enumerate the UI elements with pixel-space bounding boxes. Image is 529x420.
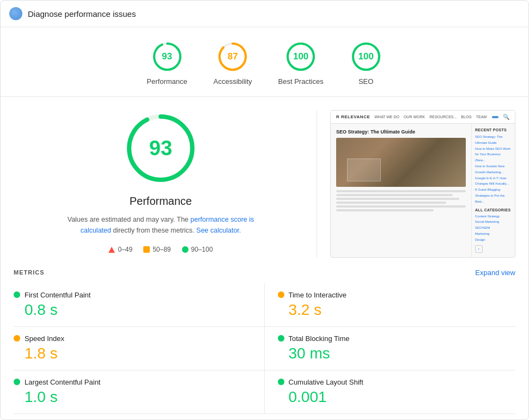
legend: 0–49 50–89 90–100: [108, 246, 212, 253]
big-score-circle: 93: [123, 110, 199, 186]
calculator-link[interactable]: See calculator.: [196, 227, 241, 234]
nav-link-1: WHAT WE DO: [374, 115, 399, 119]
metric-name-fcp: First Contentful Paint: [25, 291, 90, 299]
metric-name-tbt: Total Blocking Time: [289, 334, 350, 343]
legend-average-range: 50–89: [153, 246, 171, 253]
score-label-performance: Performance: [147, 77, 187, 86]
fail-icon: [108, 247, 115, 253]
cat-link-4: Marketing: [475, 231, 512, 237]
text-line-2: [336, 194, 453, 196]
metric-value-fcp: 0.8 s: [14, 301, 251, 319]
score-circle-best-practices: 100: [284, 40, 317, 73]
pass-icon: [182, 246, 189, 253]
sidebar-link-4: Google E-E-A-T: How Changes Will Actuall…: [475, 175, 512, 187]
preview-recaptcha: r: [475, 245, 483, 253]
nav-link-4: BLOG: [461, 115, 471, 119]
preview-image: [336, 138, 466, 187]
preview-search-icon: 🔍: [503, 114, 509, 120]
preview-heading: SEO Strategy: The Ultimate Guide: [336, 129, 466, 135]
cat-link-5: Design: [475, 237, 512, 243]
preview-logo: R RELEVANCE: [336, 114, 370, 119]
preview-cta-btn: [492, 116, 498, 118]
preview-nav-links: WHAT WE DO OUR WORK RESOURCES... BLOG TE…: [374, 115, 488, 119]
score-value-seo: 100: [358, 51, 373, 62]
metric-name-lcp: Largest Contentful Paint: [25, 378, 100, 386]
score-value-performance: 93: [162, 51, 172, 62]
big-score-value: 93: [149, 137, 172, 160]
preview-categories-title: ALL CATEGORIES: [475, 208, 512, 212]
metric-value-tti: 3.2 s: [278, 301, 516, 319]
preview-sidebar-title: RECENT POSTS: [475, 128, 512, 132]
metric-name-tti: Time to Interactive: [289, 291, 346, 299]
metric-name-si: Speed Index: [25, 334, 64, 343]
metric-row-tti: Time to Interactive: [278, 291, 516, 299]
score-circle-accessibility: 87: [216, 40, 249, 73]
text-line-6: [336, 209, 434, 211]
page-title: Diagnose performance issues: [28, 9, 136, 19]
preview-text-lines: [336, 190, 466, 211]
metrics-title: METRICS: [14, 269, 45, 276]
score-label-best-practices: Best Practices: [278, 77, 324, 86]
preview-sidebar: RECENT POSTS SEO Strategy: The Ultimate …: [471, 124, 515, 257]
score-item-seo[interactable]: 100 SEO: [350, 40, 382, 86]
metric-cell-cls: Cumulative Layout Shift 0.001: [265, 370, 516, 414]
average-icon: [143, 246, 150, 253]
text-line-3: [336, 198, 459, 200]
metric-dot-cls: [278, 379, 284, 385]
sidebar-link-5: 6 Guest Blogging Strategies to Put the B…: [475, 187, 512, 204]
cat-link-1: Content Strategy: [475, 214, 512, 220]
legend-fail-range: 0–49: [118, 246, 132, 253]
metric-row-lcp: Largest Contentful Paint: [14, 378, 251, 386]
score-label-seo: SEO: [358, 77, 373, 86]
nav-link-5: TEAM: [476, 115, 487, 119]
legend-item-pass: 90–100: [182, 246, 213, 253]
nav-link-3: RESOURCES...: [429, 115, 457, 119]
score-label-accessibility: Accessibility: [214, 77, 252, 86]
main-content: 93 Performance Values are estimated and …: [1, 97, 528, 258]
metric-dot-lcp: [14, 379, 20, 385]
score-item-best-practices[interactable]: 100 Best Practices: [278, 40, 324, 86]
metric-dot-tti: [278, 291, 284, 298]
metric-row-si: Speed Index: [14, 334, 251, 343]
text-line-5: [336, 205, 466, 208]
metric-dot-fcp: [14, 291, 20, 298]
preview-body: SEO Strategy: The Ultimate Guide RECE: [331, 124, 515, 257]
metric-row-tbt: Total Blocking Time: [278, 334, 516, 343]
metric-cell-fcp: First Contentful Paint 0.8 s: [14, 283, 265, 327]
metric-cell-si: Speed Index 1.8 s: [14, 327, 265, 370]
score-value-best-practices: 100: [293, 51, 308, 62]
score-item-performance[interactable]: 93 Performance: [147, 40, 187, 86]
cat-link-2: Social Marketing: [475, 219, 512, 225]
preview-main: SEO Strategy: The Ultimate Guide: [331, 124, 471, 257]
score-value-accessibility: 87: [228, 51, 238, 62]
sidebar-link-3: How to Sustain New Growth Marketing...: [475, 163, 512, 175]
right-panel: R RELEVANCE WHAT WE DO OUR WORK RESOURCE…: [330, 110, 515, 258]
sidebar-link-1: SEO Strategy: The Ultimate Guide: [475, 134, 512, 146]
nav-link-2: OUR WORK: [404, 115, 425, 119]
panel-title: Performance: [130, 195, 192, 208]
cat-link-3: SEO/SEM: [475, 225, 512, 231]
metric-value-lcp: 1.0 s: [14, 388, 251, 406]
lighthouse-icon: [9, 7, 22, 20]
header: Diagnose performance issues: [1, 1, 528, 27]
metric-cell-lcp: Largest Contentful Paint 1.0 s: [14, 370, 265, 414]
metric-cell-tti: Time to Interactive 3.2 s: [265, 283, 516, 327]
scores-section: 93 Performance 87 Accessibility 100 Best: [1, 27, 528, 97]
metrics-section: METRICS Expand view First Contentful Pai…: [1, 258, 528, 414]
metric-row-fcp: First Contentful Paint: [14, 291, 251, 299]
preview-box: R RELEVANCE WHAT WE DO OUR WORK RESOURCE…: [330, 110, 515, 258]
legend-item-fail: 0–49: [108, 246, 132, 253]
score-circle-seo: 100: [350, 40, 382, 73]
metric-cell-tbt: Total Blocking Time 30 ms: [265, 327, 516, 370]
metric-value-tbt: 30 ms: [278, 345, 516, 362]
legend-pass-range: 90–100: [191, 246, 213, 253]
score-circle-performance: 93: [151, 40, 184, 73]
preview-nav: R RELEVANCE WHAT WE DO OUR WORK RESOURCE…: [331, 111, 515, 124]
metric-name-cls: Cumulative Layout Shift: [289, 378, 363, 386]
metrics-grid: First Contentful Paint 0.8 s Time to Int…: [14, 283, 515, 414]
score-item-accessibility[interactable]: 87 Accessibility: [214, 40, 252, 86]
metrics-header: METRICS Expand view: [14, 269, 515, 277]
expand-view-button[interactable]: Expand view: [475, 269, 515, 277]
left-panel: 93 Performance Values are estimated and …: [14, 110, 317, 258]
text-line-4: [336, 202, 446, 204]
